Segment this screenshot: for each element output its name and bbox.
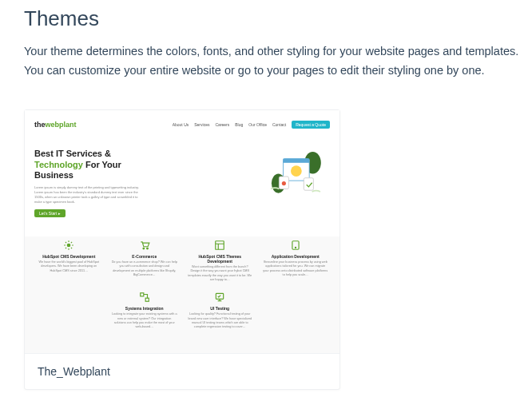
mini-nav-item: Careers xyxy=(215,122,229,127)
svg-point-9 xyxy=(143,248,145,249)
svg-point-10 xyxy=(146,248,148,249)
mini-hero-cta: Let's Start ▸ xyxy=(34,209,66,217)
svg-rect-14 xyxy=(141,293,144,296)
mini-nav-item: Services xyxy=(194,122,209,127)
mini-feature: HubSpot CMS Development We have the worl… xyxy=(34,240,104,282)
svg-point-4 xyxy=(291,165,302,177)
mini-feature: HubSpot CMS Themes Development Want some… xyxy=(185,240,255,282)
mini-nav-item: About Us xyxy=(173,122,189,127)
mini-feature: Application Development Streamline your … xyxy=(261,240,331,282)
mini-nav-cta: Request a Quote xyxy=(292,121,330,129)
sprocket-icon xyxy=(63,240,74,251)
mini-nav-item: Contact xyxy=(272,122,286,127)
mini-feature: E-Commerce Do you have an e-commerce sho… xyxy=(110,240,180,282)
svg-rect-15 xyxy=(145,299,149,302)
mini-nav-item: Blog xyxy=(235,122,243,127)
theme-name: The_Webplant xyxy=(25,353,339,389)
mini-feature: Systems Integration Looking to integrate… xyxy=(110,292,180,329)
svg-rect-7 xyxy=(304,178,313,190)
svg-point-6 xyxy=(282,181,286,185)
mini-feature: UI Testing Looking for quality? Function… xyxy=(185,292,255,329)
cart-icon xyxy=(139,240,150,251)
svg-point-13 xyxy=(295,247,296,248)
mini-nav-item: Our Office xyxy=(248,122,267,127)
svg-rect-11 xyxy=(216,241,224,250)
mini-logo: thewebplant xyxy=(34,121,77,129)
layout-icon xyxy=(214,240,225,251)
integration-icon xyxy=(139,292,150,303)
svg-rect-3 xyxy=(284,158,310,162)
mini-nav: thewebplant About Us Services Careers Bl… xyxy=(34,118,330,131)
theme-card[interactable]: thewebplant About Us Services Careers Bl… xyxy=(24,109,340,390)
svg-point-8 xyxy=(67,244,71,248)
mini-hero-title: Best IT Services & Technology For Your B… xyxy=(34,149,247,181)
theme-preview: thewebplant About Us Services Careers Bl… xyxy=(25,110,339,353)
page-description: Your theme determines the colors, fonts,… xyxy=(24,42,532,81)
mini-hero-subtitle: Lorem ipsum is simply dummy text of the … xyxy=(34,185,146,205)
device-icon xyxy=(290,240,301,251)
testing-icon xyxy=(214,292,225,303)
page-title: Themes xyxy=(24,6,532,31)
mini-hero-illustration xyxy=(261,149,330,205)
